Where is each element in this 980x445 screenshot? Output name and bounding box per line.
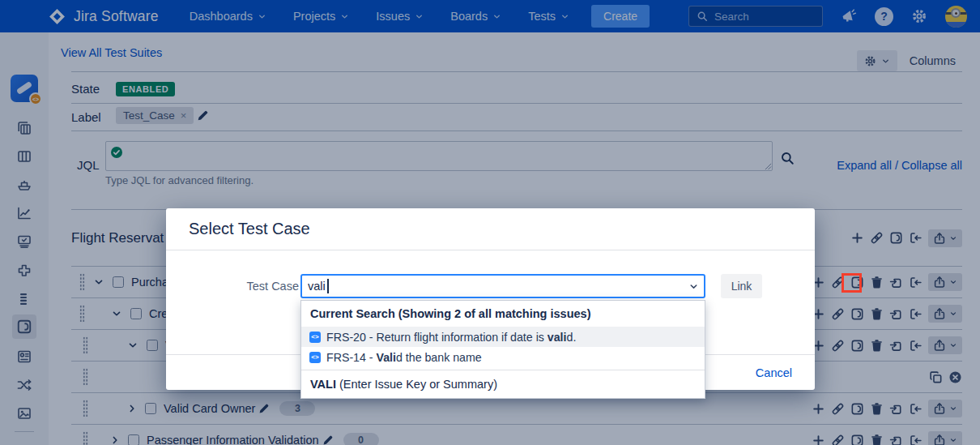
app-root: Jira Software Dashboards Projects Issues…	[0, 0, 980, 445]
dropdown-option[interactable]: <> FRS-20 - Return flight information if…	[301, 327, 705, 347]
link-button[interactable]: Link	[721, 274, 762, 298]
test-case-field: Test Case Current Search (Showing 2 of a…	[166, 274, 815, 298]
dropdown-option[interactable]: <> FRS-14 - Valid the bank name	[301, 347, 705, 367]
combobox-chevron-icon[interactable]	[688, 281, 699, 292]
test-case-input[interactable]	[300, 274, 705, 298]
dropdown-manual-entry[interactable]: VALI (Enter Issue Key or Summary)	[301, 370, 705, 398]
suggestions-dropdown: Current Search (Showing 2 of all matchin…	[300, 300, 705, 399]
dropdown-group-header: Current Search (Showing 2 of all matchin…	[301, 301, 705, 327]
modal-header: Select Test Case	[166, 208, 815, 250]
text-caret	[327, 279, 329, 293]
select-test-case-modal: Select Test Case Test Case Current Searc…	[166, 208, 815, 390]
modal-title: Select Test Case	[189, 220, 310, 238]
test-case-field-label: Test Case	[166, 280, 299, 293]
click-annotation-box	[842, 273, 862, 293]
cancel-button[interactable]: Cancel	[756, 366, 792, 379]
test-case-combobox: Current Search (Showing 2 of all matchin…	[300, 274, 705, 298]
test-case-type-icon: <>	[309, 332, 321, 343]
test-case-type-icon: <>	[309, 352, 321, 363]
